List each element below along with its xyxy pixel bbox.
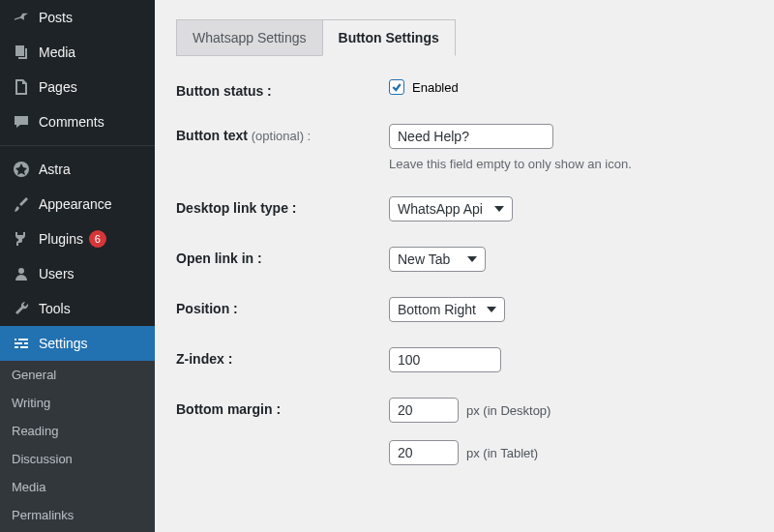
button-text-help: Leave this field empty to only show an i… [389,157,753,171]
desktop-link-type-select[interactable]: WhatsApp Api [389,196,513,222]
button-text-label: Button text (optional) : [176,124,389,143]
submenu-item-media[interactable]: Media [0,473,155,501]
page-icon [12,77,31,97]
astra-icon [12,160,31,179]
sidebar-item-appearance[interactable]: Appearance [0,187,155,222]
sidebar-item-posts[interactable]: Posts [0,0,155,35]
sidebar-item-plugins[interactable]: Plugins6 [0,222,155,256]
sidebar-item-comments[interactable]: Comments [0,104,155,139]
sidebar-item-settings[interactable]: Settings [0,326,155,361]
update-count-badge: 6 [89,230,106,248]
submenu-item-reading[interactable]: Reading [0,417,155,445]
sidebar-item-label: Users [39,266,74,281]
z-index-input[interactable] [389,347,501,372]
bottom-margin-desktop-suffix: px (in Desktop) [466,403,551,418]
user-icon [12,264,31,283]
settings-submenu: GeneralWritingReadingDiscussionMediaPerm… [0,361,155,532]
submenu-item-discussion[interactable]: Discussion [0,445,155,473]
open-link-in-select[interactable]: New Tab [389,247,486,272]
pin-icon [12,8,31,27]
sidebar-item-label: Astra [39,162,71,177]
media-icon [12,43,31,62]
bottom-margin-label: Bottom margin : [176,398,389,417]
plug-icon [12,229,31,249]
sidebar-item-label: Pages [39,79,77,95]
tab-button-settings[interactable]: Button Settings [322,19,456,56]
sidebar-item-label: Tools [39,301,71,316]
submenu-item-writing[interactable]: Writing [0,389,155,417]
position-label: Position : [176,297,389,316]
bottom-margin-tablet-suffix: px (in Tablet) [466,446,538,460]
admin-sidebar: PostsMediaPagesComments AstraAppearanceP… [0,0,155,532]
position-select[interactable]: Bottom Right [389,297,505,322]
tab-whatsapp-settings[interactable]: Whatsapp Settings [176,19,323,56]
check-icon [391,81,402,93]
open-link-in-label: Open link in : [176,247,389,266]
sidebar-item-media[interactable]: Media [0,35,155,70]
sidebar-item-tools[interactable]: Tools [0,291,155,326]
button-status-checkbox[interactable] [389,79,404,95]
settings-tabs: Whatsapp SettingsButton Settings [176,19,753,56]
sidebar-item-pages[interactable]: Pages [0,70,155,104]
bottom-margin-desktop-input[interactable] [389,398,459,423]
sidebar-item-label: Settings [39,336,88,351]
button-text-input[interactable] [389,124,553,149]
submenu-item-permalinks[interactable]: Permalinks [0,501,155,529]
sliders-icon [12,334,31,353]
desktop-link-type-label: Desktop link type : [176,196,389,216]
svg-point-1 [18,268,24,274]
wrench-icon [12,299,31,318]
bottom-margin-tablet-input[interactable] [389,440,459,465]
sidebar-item-label: Posts [39,10,73,25]
sidebar-item-label: Plugins [39,231,83,247]
comment-icon [12,112,31,132]
brush-icon [12,194,31,214]
sidebar-item-astra[interactable]: Astra [0,152,155,187]
sidebar-item-label: Comments [39,114,104,130]
sidebar-item-label: Appearance [39,196,112,212]
button-status-label: Button status : [176,79,389,99]
button-status-checkbox-label: Enabled [412,80,459,95]
menu-separator [0,145,155,146]
submenu-item-general[interactable]: General [0,361,155,389]
sidebar-item-users[interactable]: Users [0,256,155,291]
z-index-label: Z-index : [176,347,389,367]
sidebar-item-label: Media [39,44,75,60]
content-area: Whatsapp SettingsButton Settings Button … [155,0,774,532]
